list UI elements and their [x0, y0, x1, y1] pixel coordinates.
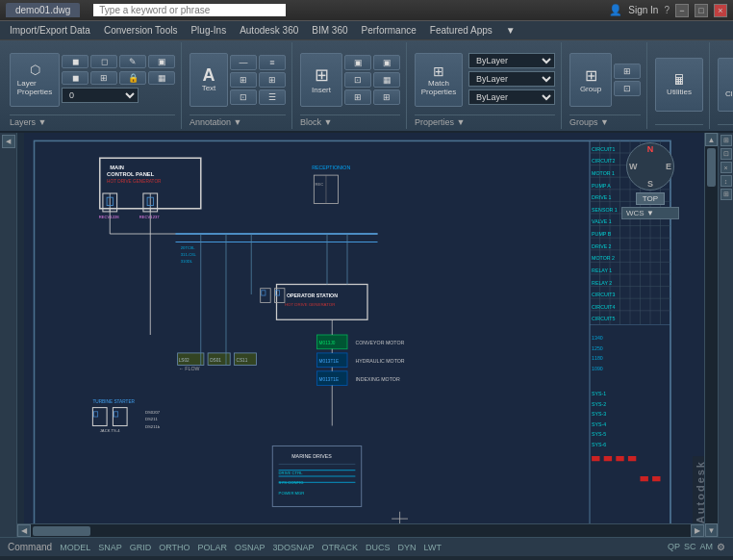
- menu-autodesk360[interactable]: Autodesk 360: [234, 23, 304, 38]
- layer-btn-1[interactable]: ◼: [62, 55, 88, 68]
- utilities-tools: 🖩 Utilities: [655, 44, 703, 124]
- hscroll-thumb[interactable]: [33, 526, 90, 536]
- anno-btn-2[interactable]: ⊞: [230, 72, 257, 88]
- utilities-btn[interactable]: 🖩 Utilities: [655, 58, 703, 112]
- svg-text:DS211: DS211: [145, 417, 158, 421]
- horizontal-scrollbar[interactable]: ◀ ▶: [17, 523, 704, 537]
- menu-more[interactable]: ▼: [500, 23, 521, 38]
- status-3dosnap[interactable]: 3DOSNAP: [273, 543, 315, 552]
- nav-btn-2[interactable]: ⊡: [720, 148, 732, 160]
- status-qp[interactable]: QP: [668, 542, 680, 552]
- viewcube: N S E W TOP WCS ▼: [621, 142, 679, 229]
- group-sub-btn-1[interactable]: ⊞: [614, 64, 641, 79]
- groups-label[interactable]: Groups ▼: [569, 115, 641, 127]
- menu-featured-apps[interactable]: Featured Apps: [424, 23, 498, 38]
- clipboard-btn[interactable]: 📋 Clipboard: [718, 58, 733, 112]
- layer-btn-5[interactable]: ◼: [62, 71, 88, 85]
- status-lwt[interactable]: LWT: [424, 543, 442, 552]
- group-sub-btn-2[interactable]: ⊡: [614, 81, 641, 96]
- help-icon[interactable]: ?: [664, 5, 670, 15]
- hscroll-right-btn[interactable]: ▶: [691, 524, 704, 537]
- match-props-btn[interactable]: ⊞ Match Properties: [415, 53, 463, 107]
- nav-btn-1[interactable]: ⊞: [720, 135, 732, 146]
- properties-label[interactable]: Properties ▼: [415, 115, 555, 127]
- menu-conversion[interactable]: Conversion Tools: [98, 23, 184, 38]
- layer-properties-btn[interactable]: ⬡ LayerProperties: [10, 53, 60, 107]
- bylayer-select-1[interactable]: ByLayer: [468, 53, 555, 68]
- insert-btn[interactable]: ⊞ Insert: [300, 53, 342, 107]
- bylayer-select-3[interactable]: ByLayer: [468, 89, 555, 105]
- status-gear-icon[interactable]: ⚙: [717, 542, 725, 552]
- svg-text:DRIVE 1: DRIVE 1: [592, 194, 612, 200]
- scroll-down-btn[interactable]: ▼: [705, 523, 718, 537]
- layers-label[interactable]: Layers ▼: [10, 115, 175, 127]
- block-btn-6[interactable]: ⊞: [373, 89, 400, 105]
- search-input[interactable]: [93, 4, 286, 16]
- compass[interactable]: N S E W: [626, 142, 674, 191]
- svg-text:JACK TS-4: JACK TS-4: [100, 428, 121, 433]
- status-grid[interactable]: GRID: [130, 543, 152, 552]
- hscroll-track[interactable]: [31, 524, 691, 537]
- signin-label[interactable]: Sign In: [628, 5, 658, 15]
- compass-circle[interactable]: N S E W: [626, 142, 674, 191]
- menu-plugins[interactable]: Plug-Ins: [185, 23, 232, 38]
- maximize-button[interactable]: □: [695, 4, 708, 17]
- bylayer-select-2[interactable]: ByLayer: [468, 71, 555, 87]
- nav-btn-5[interactable]: ⊞: [720, 189, 732, 200]
- ribbon-group-groups: ⊞ Group ⊞ ⊡ Groups ▼: [564, 42, 647, 129]
- block-label[interactable]: Block ▼: [300, 115, 400, 127]
- status-polar[interactable]: POLAR: [198, 543, 228, 552]
- layer-btn-8[interactable]: ▦: [148, 71, 175, 85]
- status-ducs[interactable]: DUCS: [366, 543, 391, 552]
- wcs-button[interactable]: WCS ▼: [621, 207, 679, 219]
- annotation-label[interactable]: Annotation ▼: [190, 115, 286, 127]
- close-button[interactable]: ×: [714, 4, 727, 17]
- anno-btn-1[interactable]: ―: [230, 55, 257, 70]
- toolstrip-btn-1[interactable]: ◀: [2, 135, 15, 148]
- menu-import-export[interactable]: Import/Export Data: [4, 23, 96, 38]
- block-btn-5[interactable]: ▦: [373, 72, 400, 88]
- layer-btn-7[interactable]: 🔒: [119, 71, 146, 85]
- scroll-track[interactable]: [705, 146, 718, 523]
- block-btn-3[interactable]: ⊞: [344, 89, 371, 105]
- status-sc[interactable]: SC: [684, 542, 696, 552]
- minimize-button[interactable]: −: [675, 4, 689, 17]
- status-snap[interactable]: SNAP: [98, 543, 122, 552]
- scroll-thumb[interactable]: [707, 148, 716, 187]
- status-otrack[interactable]: OTRACK: [322, 543, 359, 552]
- layer-btn-6[interactable]: ⊞: [90, 71, 117, 85]
- status-ortho[interactable]: ORTHO: [159, 543, 190, 552]
- svg-text:MOTOR 1: MOTOR 1: [592, 170, 615, 176]
- file-tab[interactable]: demo01.dwg: [6, 3, 80, 17]
- text-btn[interactable]: A Text: [190, 53, 228, 107]
- block-btn-4[interactable]: ▣: [373, 55, 400, 70]
- menu-performance[interactable]: Performance: [356, 23, 422, 38]
- anno-btn-6[interactable]: ☰: [259, 89, 286, 105]
- block-tools: ⊞ Insert ▣ ⊡ ⊞ ▣ ▦ ⊞: [300, 44, 400, 115]
- layer-btn-4[interactable]: ▣: [148, 55, 175, 68]
- svg-text:CIRCUIT1: CIRCUIT1: [592, 146, 615, 152]
- group-btn[interactable]: ⊞ Group: [569, 53, 612, 107]
- status-bar: Command MODEL SNAP GRID ORTHO POLAR OSNA…: [0, 537, 733, 556]
- status-am[interactable]: AM: [700, 542, 714, 552]
- hscroll-left-btn[interactable]: ◀: [17, 524, 31, 537]
- vertical-scrollbar[interactable]: ▲ ▼: [704, 133, 718, 537]
- block-btn-1[interactable]: ▣: [344, 55, 371, 70]
- layer-btn-2[interactable]: ◻: [90, 55, 117, 68]
- nav-btn-4[interactable]: ↕: [720, 175, 732, 187]
- svg-text:1090: 1090: [592, 366, 603, 371]
- menu-bim360[interactable]: BIM 360: [306, 23, 353, 38]
- top-cube[interactable]: TOP: [636, 192, 665, 205]
- anno-btn-4[interactable]: ≡: [259, 55, 286, 70]
- anno-btn-5[interactable]: ⊞: [259, 72, 286, 88]
- status-model[interactable]: MODEL: [60, 543, 90, 552]
- layer-select[interactable]: 0: [62, 88, 139, 103]
- block-btn-2[interactable]: ⊡: [344, 72, 371, 88]
- anno-btn-3[interactable]: ⊡: [230, 89, 257, 105]
- drawing-canvas[interactable]: CIRCUIT1 CIRCUIT2 MOTOR 1 PUMP A DRIVE 1…: [17, 133, 718, 537]
- layer-btn-3[interactable]: ✎: [119, 55, 146, 68]
- nav-btn-3[interactable]: ×: [720, 162, 732, 173]
- scroll-up-btn[interactable]: ▲: [705, 133, 718, 146]
- status-osnap[interactable]: OSNAP: [235, 543, 265, 552]
- status-dyn[interactable]: DYN: [398, 543, 417, 552]
